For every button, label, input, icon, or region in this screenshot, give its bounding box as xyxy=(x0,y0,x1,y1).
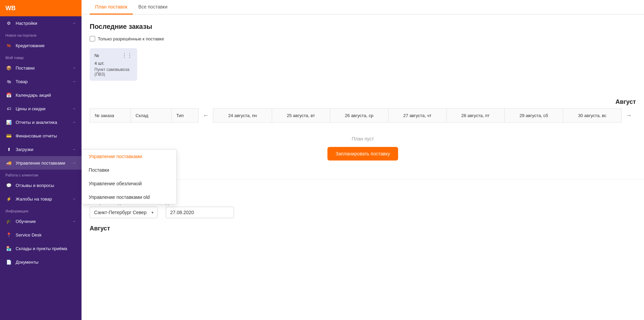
sidebar-item-analytics[interactable]: 📊 Отчеты и аналитика → xyxy=(0,115,82,129)
sidebar-item-label: Отзывы и вопросы xyxy=(16,183,76,188)
finance-icon: 💳 xyxy=(5,132,12,139)
calendar-next-button[interactable]: → xyxy=(622,109,636,123)
order-place: Пункт самовывоза (ПВЗ) xyxy=(94,67,132,77)
dropdown-item-supply-mgmt[interactable]: Управление поставками xyxy=(82,150,176,163)
sidebar-item-label: Обучение xyxy=(16,219,69,224)
filter-checkbox[interactable] xyxy=(90,36,95,41)
upload-icon: ⬆ xyxy=(5,146,12,153)
arrow-icon: → xyxy=(72,79,76,84)
review-icon: 💬 xyxy=(5,182,12,189)
gear-icon: ⚙ xyxy=(5,20,12,26)
sidebar-item-upload[interactable]: ⬆ Загрузки → xyxy=(0,143,82,156)
section-label-myproduct: Мой товар xyxy=(0,52,82,61)
box-icon: 📦 xyxy=(5,64,12,71)
section-label-client: Работа с клиентом xyxy=(0,170,82,178)
dropdown-item-anonymous-mgmt[interactable]: Управление обезличкой xyxy=(82,177,176,190)
arrow-icon: → xyxy=(72,120,76,125)
sidebar-item-settings[interactable]: ⚙ Настройки → xyxy=(0,16,82,30)
order-card: № ⋮⋮ 4 шт. Пункт самовывоза (ПВЗ) xyxy=(90,48,137,81)
calendar-month: Август xyxy=(615,98,636,106)
arrow-icon: → xyxy=(72,106,76,111)
sidebar: WB ⚙ Настройки → Новое на портале % Кред… xyxy=(0,0,82,320)
sidebar-logo: WB xyxy=(0,0,82,16)
col-aug24: 24 августа, пн xyxy=(213,109,272,123)
sidebar-item-label: Склады и пункты приёма xyxy=(16,246,76,251)
sidebar-item-label: Загрузки xyxy=(16,147,69,152)
sidebar-item-promo[interactable]: 📅 Календарь акций xyxy=(0,88,82,102)
sidebar-item-reviews[interactable]: 💬 Отзывы и вопросы xyxy=(0,178,82,192)
calendar-header-row: № заказа Склад Тип ← 24 августа, пн 25 а… xyxy=(90,109,636,123)
sidebar-item-credit[interactable]: % Кредитование xyxy=(0,39,82,52)
warehouse-icon: 🏪 xyxy=(5,245,12,252)
complaint-icon: ⚡ xyxy=(5,195,12,202)
arrow-icon: → xyxy=(72,65,76,70)
arrow-icon: → xyxy=(72,161,76,165)
sidebar-item-label: Товар xyxy=(16,79,69,84)
sidebar-item-servicedesk[interactable]: 📍 Service Desk xyxy=(0,228,82,242)
col-warehouse: Склад xyxy=(131,109,172,123)
tabs-bar: План поставок Все поставки xyxy=(82,0,644,15)
shop-icon: 🛍 xyxy=(5,78,12,85)
sidebar-item-label: Цены и скидки xyxy=(16,106,69,111)
sidebar-item-edu[interactable]: 🎓 Обучение → xyxy=(0,214,82,228)
content-area: Последние заказы Только разрешённые к по… xyxy=(82,15,644,96)
sidebar-item-label: Настройки xyxy=(16,21,69,26)
sidebar-item-label: Service Desk xyxy=(16,232,76,238)
calendar-header: Август xyxy=(82,96,644,108)
dropdown-item-supplies[interactable]: Поставки xyxy=(82,163,176,177)
col-order-num: № заказа xyxy=(90,109,131,123)
edu-icon: 🎓 xyxy=(5,218,12,225)
calendar-icon: 📅 xyxy=(5,92,12,98)
sidebar-item-label: Кредитование xyxy=(16,43,76,48)
sidebar-item-label: Поставки xyxy=(16,65,69,71)
tab-plan[interactable]: План поставок xyxy=(90,0,133,15)
truck-icon: 🚚 xyxy=(5,159,12,166)
doc-icon: 📄 xyxy=(5,259,12,265)
sidebar-item-supply-mgmt[interactable]: 🚚 Управление поставками → xyxy=(0,156,82,170)
calendar-prev-button[interactable]: ← xyxy=(199,109,213,123)
sidebar-item-deliveries[interactable]: 📦 Поставки → xyxy=(0,61,82,75)
col-aug26: 26 августа, ср xyxy=(330,109,388,123)
sidebar-item-warehouses[interactable]: 🏪 Склады и пункты приёма xyxy=(0,242,82,255)
warehouse-select-wrapper: Санкт-Петербург Север xyxy=(90,207,158,218)
logo-text: WB xyxy=(5,5,16,12)
col-aug28: 28 августа, пт xyxy=(446,109,504,123)
tab-all[interactable]: Все поставки xyxy=(133,0,173,15)
plan-delivery-button[interactable]: Запланировать поставку xyxy=(327,147,398,161)
month-label-bottom: Август xyxy=(90,225,636,232)
sidebar-item-label: Документы xyxy=(16,260,76,265)
sidebar-item-finance[interactable]: 💳 Финансовые отчеты xyxy=(0,129,82,143)
section-label-info: Информация xyxy=(0,206,82,214)
sidebar-item-label: Жалобы на товар xyxy=(16,196,69,202)
sidebar-item-label: Календарь акций xyxy=(16,93,76,98)
sidebar-item-product[interactable]: 🛍 Товар → xyxy=(0,75,82,88)
order-qty: 4 шт. xyxy=(94,61,132,66)
sidebar-item-label: Финансовые отчеты xyxy=(16,133,76,138)
arrow-icon: → xyxy=(72,196,76,201)
sidebar-item-docs[interactable]: 📄 Документы xyxy=(0,255,82,269)
warehouse-select[interactable]: Санкт-Петербург Север xyxy=(90,207,158,218)
plan-empty-text: План пуст xyxy=(352,136,374,142)
col-type: Тип xyxy=(172,109,199,123)
col-aug27: 27 августа, чт xyxy=(388,109,446,123)
credit-icon: % xyxy=(5,42,12,49)
last-orders-title: Последние заказы xyxy=(90,23,636,31)
col-aug30: 30 августа, вс xyxy=(563,109,622,123)
tag-icon: 🏷 xyxy=(5,105,12,112)
date-input[interactable] xyxy=(166,207,234,218)
col-aug25: 25 августа, вт xyxy=(272,109,330,123)
sidebar-item-complaints[interactable]: ⚡ Жалобы на товар → xyxy=(0,192,82,206)
arrow-icon: → xyxy=(72,21,76,25)
order-num: № xyxy=(94,53,99,58)
dropdown-item-supply-mgmt-old[interactable]: Управление поставками old xyxy=(82,190,176,204)
section-label-new: Новое на портале xyxy=(0,30,82,39)
card-menu-icon[interactable]: ⋮⋮ xyxy=(122,52,132,59)
arrow-icon: → xyxy=(72,147,76,152)
sidebar-item-label: Управление поставками xyxy=(16,161,69,166)
dropdown-menu: Управление поставками Поставки Управлени… xyxy=(82,149,177,204)
checkbox-row: Только разрешённые к поставке xyxy=(90,36,636,41)
col-aug29: 29 августа, сб xyxy=(504,109,563,123)
sidebar-item-prices[interactable]: 🏷 Цены и скидки → xyxy=(0,102,82,115)
chart-icon: 📊 xyxy=(5,119,12,126)
sidebar-item-label: Отчеты и аналитика xyxy=(16,120,69,125)
